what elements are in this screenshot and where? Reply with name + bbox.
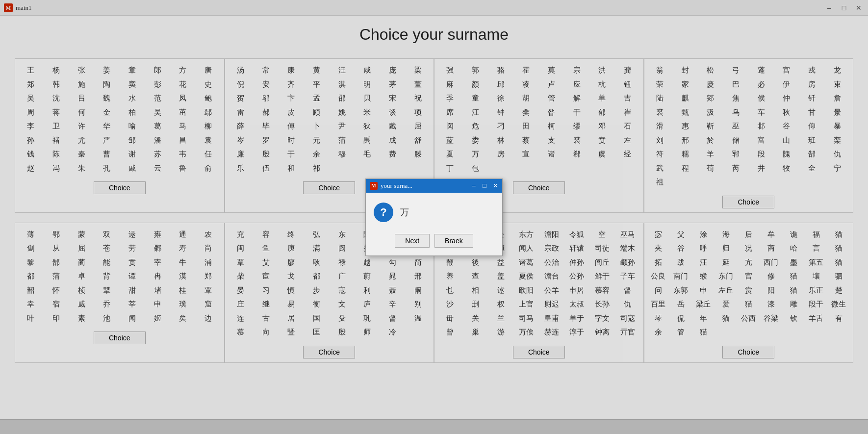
dialog-message: 万 [400, 203, 409, 218]
dialog-title-controls: – □ ✕ [469, 181, 500, 190]
dialog-minimize-button[interactable]: – [469, 181, 479, 190]
dialog-close-button[interactable]: ✕ [490, 181, 500, 190]
dialog-titlebar: M your surna... – □ ✕ [366, 179, 502, 193]
dialog-body: ? 万 [366, 193, 502, 230]
dialog-app-icon: M [370, 182, 378, 190]
dialog: M your surna... – □ ✕ ? 万 Next Braek [365, 179, 503, 256]
dialog-overlay: M your surna... – □ ✕ ? 万 Next Braek [0, 0, 868, 434]
dialog-buttons: Next Braek [366, 230, 502, 255]
dialog-maximize-button[interactable]: □ [480, 181, 489, 190]
question-icon: ? [374, 203, 393, 222]
next-button[interactable]: Next [395, 234, 430, 248]
back-button[interactable]: Braek [434, 234, 473, 248]
dialog-title: your surna... [381, 182, 412, 190]
